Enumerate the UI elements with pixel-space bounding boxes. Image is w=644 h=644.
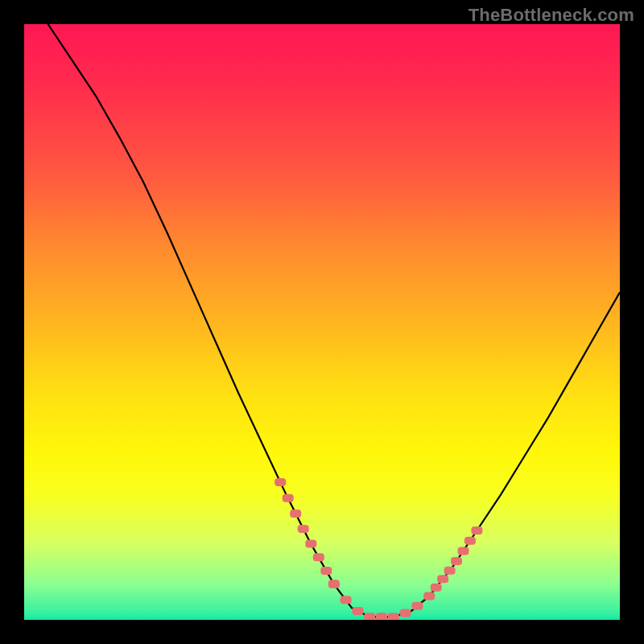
curve-marker <box>298 525 309 533</box>
plot-area <box>24 24 620 620</box>
curve-marker <box>458 547 469 555</box>
marker-group <box>275 478 482 620</box>
curve-marker <box>388 613 399 620</box>
curve-marker <box>451 557 462 565</box>
curve-marker <box>328 580 340 588</box>
curve-marker <box>275 478 286 486</box>
curve-marker <box>444 567 456 575</box>
curve-marker <box>364 613 375 620</box>
curve-marker <box>471 526 482 535</box>
curve-path <box>48 24 620 617</box>
curve-marker <box>400 609 411 617</box>
curve-marker <box>423 592 435 600</box>
curve-marker <box>283 494 294 502</box>
curve-marker <box>376 613 387 620</box>
bottleneck-curve <box>24 24 620 620</box>
curve-marker <box>437 575 448 583</box>
curve-marker <box>313 553 324 561</box>
curve-marker <box>464 537 476 545</box>
chart-container: TheBottleneck.com <box>0 0 644 644</box>
curve-marker <box>352 607 363 615</box>
curve-marker <box>431 584 442 592</box>
curve-marker <box>341 596 352 604</box>
curve-marker <box>305 540 316 548</box>
curve-marker <box>320 567 332 575</box>
curve-marker <box>290 510 301 518</box>
watermark-text: TheBottleneck.com <box>469 5 634 26</box>
curve-marker <box>411 602 423 610</box>
